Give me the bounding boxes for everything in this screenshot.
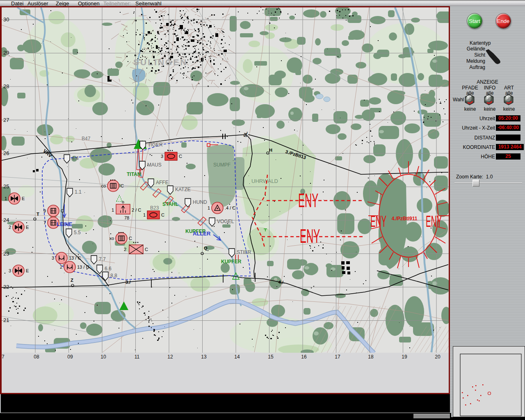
svg-text:21: 21 [3, 317, 9, 323]
svg-text:2: 2 [124, 247, 126, 252]
svg-text:ENY: ENY [426, 213, 442, 230]
svg-text:3: 3 [161, 154, 163, 159]
svg-text:AFFE: AFFE [156, 180, 169, 185]
svg-text:MAUS: MAUS [147, 162, 162, 168]
svg-text:3: 3 [52, 256, 54, 260]
svg-text:LEINE: LEINE [57, 221, 73, 227]
svg-text:4./-: 4./- [278, 279, 285, 285]
svg-text:24: 24 [3, 217, 9, 223]
svg-text:4./PzBtl911: 4./PzBtl911 [392, 216, 418, 221]
svg-text:C: C [121, 183, 124, 188]
svg-text:30: 30 [3, 16, 9, 23]
svg-text:E: E [26, 225, 29, 230]
svg-text:TIGER: TIGER [148, 142, 163, 148]
svg-text:3: 3 [9, 268, 11, 273]
svg-text:29: 29 [3, 50, 9, 56]
svg-text:78: 78 [124, 215, 129, 220]
svg-text:ENY: ENY [370, 213, 386, 230]
svg-text:23: 23 [3, 251, 9, 257]
svg-text:TITAN: TITAN [127, 171, 141, 177]
svg-text:9: 9 [43, 208, 46, 213]
svg-text:SL: SL [242, 131, 248, 137]
svg-text:UHRWALD: UHRWALD [251, 178, 278, 184]
svg-text:B47: B47 [82, 136, 91, 142]
svg-text:ENY: ENY [300, 225, 320, 247]
svg-text:1.1: 1.1 [75, 189, 82, 195]
svg-text:3./: 3./ [126, 280, 130, 285]
svg-text:H: H [269, 148, 272, 153]
svg-text:2: 2 [60, 265, 62, 269]
svg-text:8.8: 8.8 [110, 273, 117, 278]
svg-text:STIER: STIER [237, 249, 251, 255]
svg-text:E: E [22, 196, 25, 201]
svg-text:5.5: 5.5 [74, 230, 81, 235]
svg-text:13 / C: 13 / C [69, 256, 81, 260]
svg-text:VOGEL: VOGEL [217, 219, 234, 224]
svg-text:SUMPF: SUMPF [213, 162, 231, 168]
svg-text:13 / G: 13 / G [77, 265, 89, 269]
svg-text:1: 1 [5, 196, 7, 201]
svg-text:.4 / C: .4 / C [225, 205, 235, 210]
svg-text:C: C [179, 154, 182, 159]
svg-text:26: 26 [3, 150, 9, 156]
svg-text:co: co [101, 183, 106, 188]
svg-text:C: C [145, 247, 148, 252]
svg-text:B23: B23 [150, 205, 159, 211]
svg-text:HUND: HUND [193, 199, 207, 205]
svg-text:7.7: 7.7 [99, 256, 106, 262]
svg-text:2 / C: 2 / C [132, 208, 141, 212]
svg-text:KUPFER: KUPFER [221, 259, 242, 265]
svg-text:KATZE: KATZE [175, 187, 191, 192]
svg-text:Z: Z [71, 278, 73, 283]
svg-text:4.4: 4.4 [72, 155, 79, 161]
svg-text:2: 2 [9, 225, 11, 230]
svg-text:C: C [129, 236, 132, 241]
svg-text:Q: Q [204, 246, 208, 251]
svg-text:xo: xo [109, 236, 114, 241]
svg-text:C: C [61, 208, 64, 213]
svg-text:7: 7 [43, 220, 46, 225]
svg-text:25: 25 [3, 183, 9, 189]
svg-text:SULINGEN: SULINGEN [133, 57, 188, 67]
svg-text:STAHL: STAHL [162, 201, 178, 207]
svg-text:1: 1 [143, 212, 146, 217]
svg-text:27: 27 [3, 117, 9, 123]
svg-text:C: C [161, 212, 164, 217]
svg-text:6.6: 6.6 [105, 266, 112, 272]
svg-text:T: T [37, 212, 39, 217]
svg-text:ALLER: ALLER [193, 231, 211, 237]
svg-text:22: 22 [3, 284, 9, 290]
svg-text:1: 1 [208, 205, 210, 210]
svg-text:28: 28 [3, 83, 9, 89]
svg-text:1: 1 [112, 208, 114, 212]
svg-text:E: E [26, 268, 29, 273]
